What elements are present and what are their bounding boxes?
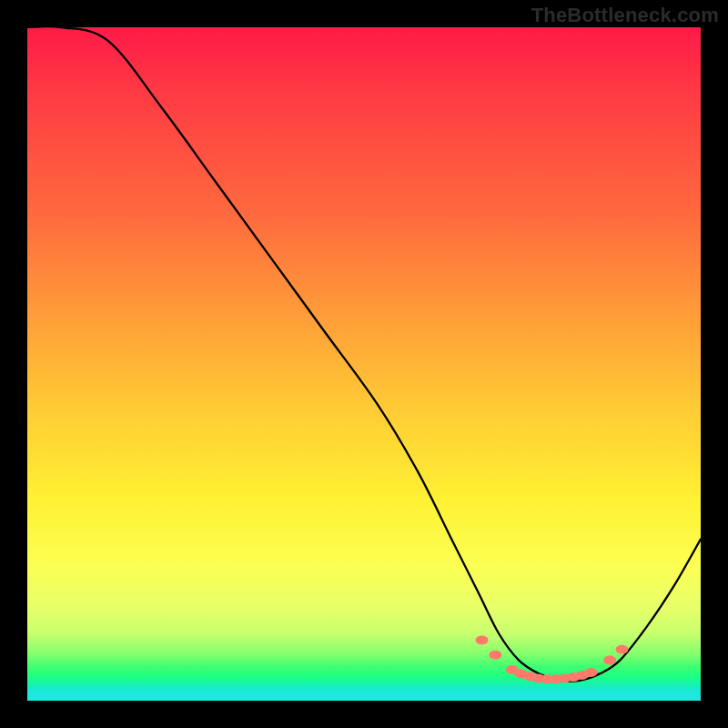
highlight-dots — [476, 635, 629, 683]
plot-area — [27, 27, 701, 701]
highlight-dot — [584, 668, 597, 677]
highlight-dot — [603, 656, 616, 665]
highlight-dot — [615, 645, 628, 654]
highlight-dot — [489, 651, 501, 660]
chart-frame: TheBottleneck.com — [0, 0, 728, 728]
curve-layer — [27, 27, 701, 701]
bottleneck-curve — [27, 27, 701, 682]
highlight-dot — [476, 635, 489, 644]
watermark-text: TheBottleneck.com — [531, 4, 719, 27]
